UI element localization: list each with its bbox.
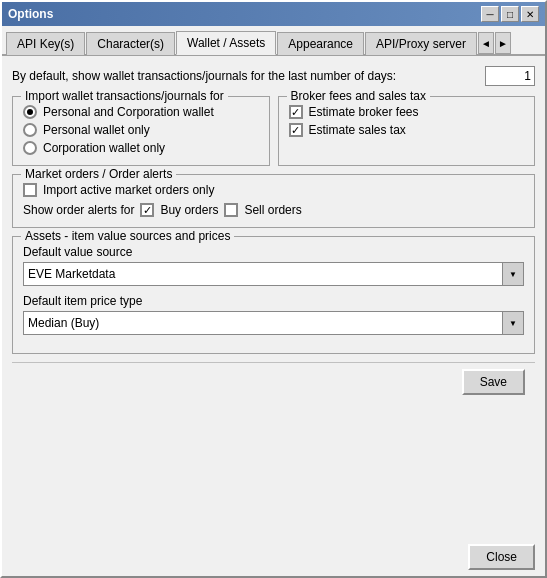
assets-group: Assets - item value sources and prices D… (12, 236, 535, 354)
checkbox-btn-buy-orders[interactable] (140, 203, 154, 217)
show-order-label: Show order alerts for (23, 203, 134, 217)
broker-group-title: Broker fees and sales tax (287, 89, 430, 103)
top-row: By default, show wallet transactions/jou… (12, 66, 535, 86)
close-button[interactable]: Close (468, 544, 535, 570)
import-group: Import wallet transactions/journals for … (12, 96, 270, 166)
tab-api-keys[interactable]: API Key(s) (6, 32, 85, 55)
default-value-source-label: Default value source (23, 245, 524, 259)
checkbox-label-sales-tax: Estimate sales tax (309, 123, 406, 137)
save-bar: Save (12, 362, 535, 401)
radio-btn-corp-only[interactable] (23, 141, 37, 155)
radio-label-corp-only: Corporation wallet only (43, 141, 165, 155)
default-price-type-label: Default item price type (23, 294, 524, 308)
radio-corp-only[interactable]: Corporation wallet only (23, 141, 259, 155)
content-area: By default, show wallet transactions/jou… (2, 56, 545, 538)
tab-prev-button[interactable]: ◄ (478, 32, 494, 54)
tab-nav-group: ◄ ► (478, 32, 511, 54)
footer-bar: Close (2, 538, 545, 576)
radio-btn-personal-corp[interactable] (23, 105, 37, 119)
tab-appearance[interactable]: Appearance (277, 32, 364, 55)
default-price-type-select[interactable]: Median (Buy) Median (Sell) Buy Sell (23, 311, 524, 335)
days-input[interactable] (485, 66, 535, 86)
window-title: Options (8, 7, 53, 21)
save-button[interactable]: Save (462, 369, 525, 395)
tab-next-button[interactable]: ► (495, 32, 511, 54)
tab-api-proxy[interactable]: API/Proxy server (365, 32, 477, 55)
default-value-source-wrapper: EVE Marketdata Custom (23, 262, 524, 286)
checkbox-broker-fees[interactable]: Estimate broker fees (289, 105, 525, 119)
tabs-bar: API Key(s) Character(s) Wallet / Assets … (2, 26, 545, 56)
close-button[interactable]: ✕ (521, 6, 539, 22)
checkbox-label-broker-fees: Estimate broker fees (309, 105, 419, 119)
default-price-type-wrapper: Median (Buy) Median (Sell) Buy Sell (23, 311, 524, 335)
sell-orders-label: Sell orders (244, 203, 301, 217)
market-group: Market orders / Order alerts Import acti… (12, 174, 535, 228)
import-group-title: Import wallet transactions/journals for (21, 89, 228, 103)
tab-wallet-assets[interactable]: Wallet / Assets (176, 31, 276, 55)
radio-btn-personal-only[interactable] (23, 123, 37, 137)
checkbox-sales-tax[interactable]: Estimate sales tax (289, 123, 525, 137)
import-orders-label: Import active market orders only (43, 183, 214, 197)
minimize-button[interactable]: ─ (481, 6, 499, 22)
top-row-label: By default, show wallet transactions/jou… (12, 69, 485, 83)
two-col-section: Import wallet transactions/journals for … (12, 96, 535, 174)
options-window: Options ─ □ ✕ API Key(s) Character(s) Wa… (0, 0, 547, 578)
checkbox-btn-broker-fees[interactable] (289, 105, 303, 119)
radio-personal-corp[interactable]: Personal and Corporation wallet (23, 105, 259, 119)
default-value-source-select[interactable]: EVE Marketdata Custom (23, 262, 524, 286)
radio-label-personal-corp: Personal and Corporation wallet (43, 105, 214, 119)
title-bar: Options ─ □ ✕ (2, 2, 545, 26)
title-bar-buttons: ─ □ ✕ (481, 6, 539, 22)
tab-characters[interactable]: Character(s) (86, 32, 175, 55)
checkbox-btn-sell-orders[interactable] (224, 203, 238, 217)
market-group-title: Market orders / Order alerts (21, 167, 176, 181)
show-order-row: Show order alerts for Buy orders Sell or… (23, 203, 524, 217)
radio-label-personal-only: Personal wallet only (43, 123, 150, 137)
radio-personal-only[interactable]: Personal wallet only (23, 123, 259, 137)
checkbox-btn-sales-tax[interactable] (289, 123, 303, 137)
maximize-button[interactable]: □ (501, 6, 519, 22)
buy-orders-label: Buy orders (160, 203, 218, 217)
broker-group: Broker fees and sales tax Estimate broke… (278, 96, 536, 166)
assets-group-title: Assets - item value sources and prices (21, 229, 234, 243)
market-import-row: Import active market orders only (23, 183, 524, 197)
checkbox-btn-import-orders[interactable] (23, 183, 37, 197)
